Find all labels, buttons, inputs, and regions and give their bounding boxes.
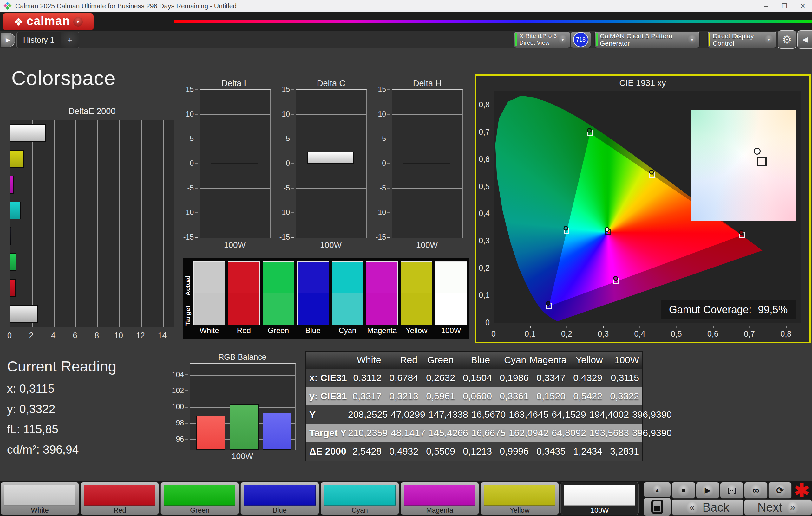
chart-title: CIE 1931 xy: [476, 78, 809, 88]
delta-l-chart: Delta L -15-10-5051015 100W: [183, 79, 270, 256]
layout-nav-button[interactable]: ▶: [1, 33, 15, 47]
column-header-white: White: [348, 355, 384, 365]
play-icon: ▶: [705, 486, 710, 495]
delta-h-x-label: 100W: [392, 240, 462, 250]
collapse-toolbar-button[interactable]: ◀: [798, 30, 812, 49]
meter-dropdown[interactable]: X-Rite i1Pro 3 Direct View ▼: [514, 31, 570, 48]
chart-title: Delta C: [296, 79, 367, 88]
swatch-label-blue: Blue: [297, 326, 329, 337]
pattern-swatch: [164, 485, 235, 506]
axis-tick-label: 0,6: [478, 154, 490, 163]
swatch-tiles: [194, 262, 467, 325]
pattern-button-magenta[interactable]: Magenta: [401, 482, 479, 515]
reading-cdm2: cd/m²: 396,94: [7, 443, 79, 456]
calman-menu-button[interactable]: ❖ calman ▼: [3, 13, 94, 30]
meter-status-accent: [515, 33, 517, 46]
delta-l-x-label: 100W: [200, 240, 270, 250]
table-cell: 47,0299: [391, 409, 428, 420]
table-cell: 0,3322: [606, 391, 642, 402]
pattern-source-dropdown[interactable]: CalMAN Client 3 Pattern Generator ▼: [594, 31, 700, 48]
table-cell: 2,5428: [348, 446, 385, 457]
pattern-button-green[interactable]: Green: [161, 482, 239, 515]
cie-y-axis: 00,10,20,30,40,50,60,70,8: [476, 91, 493, 322]
pattern-options-button[interactable]: ▲: [644, 482, 671, 497]
meter-badge-segment[interactable]: 718: [571, 31, 591, 48]
axis-tick-label: -10: [183, 208, 194, 217]
pattern-button-cyan[interactable]: Cyan: [321, 482, 399, 515]
tab-history-1[interactable]: History 1 +: [17, 32, 79, 48]
axis-tick-label: 0,4: [478, 209, 490, 218]
table-row: Target Y210,235948,1417145,426616,667516…: [306, 424, 642, 442]
chevron-up-icon: ▲: [655, 487, 660, 492]
swatch-actual: [332, 262, 363, 293]
swatch-label-yellow: Yellow: [401, 326, 432, 337]
table-cell: 64,1529: [552, 409, 589, 420]
minimize-button[interactable]: –: [757, 0, 775, 12]
unsaved-alert-icon: ✱: [792, 481, 812, 500]
table-cell: 16,5670: [471, 409, 509, 420]
refresh-button[interactable]: ⟳: [768, 482, 792, 498]
deltaC-zero-bar: [307, 163, 354, 164]
deltae-bar-red: [10, 279, 16, 297]
rgb-bar-red: [196, 416, 225, 450]
deltae-bar-100w: [10, 124, 46, 142]
pattern-button-100w[interactable]: 100W: [560, 482, 639, 515]
axis-tick-label: -15: [183, 233, 194, 242]
table-cell: 210,2359: [348, 428, 391, 438]
table-cell: 0,3213: [385, 391, 422, 402]
gridline: [163, 120, 164, 327]
play-button[interactable]: ▶: [696, 482, 719, 498]
reading-y: y: 0,3322: [7, 402, 55, 416]
pattern-window-button[interactable]: [··]: [720, 482, 744, 498]
settings-button[interactable]: ⚙: [778, 30, 796, 49]
pattern-button-label: Red: [81, 506, 158, 515]
column-header-cyan: Cyan: [493, 355, 529, 365]
restore-button[interactable]: ❐: [775, 0, 793, 12]
swatch-target: [228, 293, 259, 325]
pattern-button-blue[interactable]: Blue: [240, 482, 319, 515]
rgb-balance-chart: RGB Balance 9698100102104 100W: [171, 353, 299, 462]
pattern-swatch: [84, 485, 155, 506]
column-header-red: Red: [384, 355, 420, 365]
gridline: [296, 213, 366, 213]
next-button[interactable]: Next »: [744, 499, 812, 516]
pattern-button-red[interactable]: Red: [81, 482, 159, 515]
table-cell: 0,1504: [458, 372, 495, 383]
table-cell: 193,5683: [589, 428, 632, 438]
deltae-2000-chart: DeltaE 2000 02468101214: [9, 107, 175, 341]
axis-tick-label: -10: [280, 208, 290, 217]
display-pattern-button[interactable]: [644, 497, 671, 516]
stop-button[interactable]: ■: [672, 482, 695, 498]
meter-name: X-Rite i1Pro 3: [519, 33, 557, 40]
table-cell: 0,5509: [422, 446, 458, 457]
source-status-accent: [596, 33, 598, 46]
table-cell: 16,6675: [471, 428, 509, 438]
pattern-button-yellow[interactable]: Yellow: [481, 482, 559, 515]
table-cell: 0,5422: [569, 391, 606, 402]
display-control-dropdown[interactable]: Direct Display Control ▼: [707, 31, 777, 48]
app-header: ❖ calman ▼: [0, 12, 812, 31]
cie-plot-area: Gamut Coverage: 99,5%: [494, 91, 801, 323]
gridline: [141, 120, 142, 327]
axis-tick-label: -5: [380, 184, 386, 192]
back-button[interactable]: « Back: [672, 499, 744, 516]
swatch-target: [366, 293, 398, 325]
axis-tick-label: 0,2: [478, 263, 490, 273]
axis-tick-label: 15: [378, 85, 386, 94]
pattern-button-label: White: [1, 506, 79, 515]
axis-tick-label: 0,7: [744, 329, 755, 338]
title-bar: Calman 2025 Calman Ultimate for Business…: [0, 0, 812, 12]
infinity-icon: ∞: [752, 485, 759, 496]
pattern-button-white[interactable]: White: [1, 482, 79, 515]
add-tab-button[interactable]: +: [61, 32, 79, 48]
meter-badge: 718: [573, 32, 588, 47]
axis-tick-label: 0,2: [561, 329, 572, 338]
axis-tick-label: 0: [286, 159, 290, 168]
swatch-label-green: Green: [263, 326, 294, 337]
close-button[interactable]: ✕: [793, 0, 812, 12]
continuous-read-button[interactable]: ∞: [744, 482, 767, 498]
swatch-white: [194, 262, 225, 325]
table-cell: 0,1986: [495, 372, 532, 383]
cie-measured-magenta: [613, 276, 618, 281]
gridline: [200, 139, 270, 140]
